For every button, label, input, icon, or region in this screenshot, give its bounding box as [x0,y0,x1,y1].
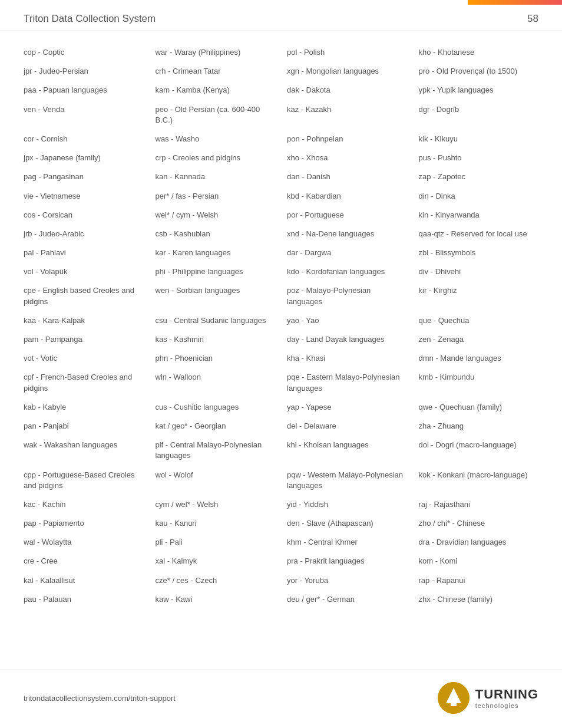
list-item: din - Dinka [419,187,539,206]
list-item: kau - Kanuri [156,514,276,533]
list-item: por - Portuguese [287,206,407,225]
list-item: pro - Old Provençal (to 1500) [419,62,539,81]
list-item: cpf - French-Based Creoles and pidgins [24,368,144,397]
list-item: zap - Zapotec [419,167,539,186]
list-item: kom - Komi [419,552,539,571]
list-item: wal - Wolaytta [24,533,144,552]
footer-url: tritondatacollectionsystem.com/triton-su… [24,694,176,703]
list-item: zho / chi* - Chinese [419,514,539,533]
list-item: del - Delaware [287,417,407,436]
list-item: kar - Karen languages [156,243,276,262]
list-item: kok - Konkani (macro-language) [419,466,539,495]
logo-turning-text: TURNING [475,687,538,702]
list-item: yap - Yapese [287,398,407,417]
list-item: zha - Zhuang [419,417,539,436]
list-item: wel* / cym - Welsh [156,206,276,225]
list-item: kha - Khasi [287,349,407,368]
list-item: yor - Yoruba [287,571,407,590]
list-item: jpx - Japanese (family) [24,149,144,167]
logo-technologies-text: technologies [475,702,538,709]
list-item: khi - Khoisan languages [287,436,407,465]
turning-technologies-logo: TURNING technologies [438,682,538,714]
list-item: rap - Rapanui [419,571,539,590]
list-item: qaa-qtz - Reserved for local use [419,225,539,243]
list-item: wak - Wakashan languages [24,436,144,465]
list-item: crh - Crimean Tatar [156,62,276,81]
list-item: pqw - Western Malayo-Polynesian language… [287,466,407,495]
list-item: xal - Kalmyk [156,552,276,571]
list-item: cos - Corsican [24,206,144,225]
list-item: kmb - Kimbundu [419,368,539,397]
list-item: poz - Malayo-Polynesian languages [287,281,407,311]
list-item: crp - Creoles and pidgins [156,149,276,167]
list-item: pap - Papiamento [24,514,144,533]
list-item: kam - Kamba (Kenya) [156,81,276,100]
list-item: deu / ger* - German [287,590,407,609]
list-item: kas - Kashmiri [156,330,276,349]
list-item: div - Dhivehi [419,262,539,281]
list-item: pam - Pampanga [24,330,144,349]
list-item: cre - Cree [24,552,144,571]
list-item: kaw - Kawi [156,590,276,609]
page-number: 58 [527,13,538,25]
list-item: dak - Dakota [287,81,407,100]
list-item: kdo - Kordofanian languages [287,262,407,281]
list-item: dan - Danish [287,167,407,186]
list-item: que - Quechua [419,311,539,330]
list-item: wen - Sorbian languages [156,281,276,311]
list-item: per* / fas - Persian [156,187,276,206]
list-item: dar - Dargwa [287,243,407,262]
list-item: yid - Yiddish [287,495,407,514]
list-item: cze* / ces - Czech [156,571,276,590]
page-header: Triton Data Collection System 58 [0,5,562,31]
list-item: vie - Vietnamese [24,187,144,206]
list-item: zen - Zenaga [419,330,539,349]
list-item: kal - Kalaallisut [24,571,144,590]
list-item: vol - Volapük [24,262,144,281]
list-item: vot - Votic [24,349,144,368]
list-item: pau - Palauan [24,590,144,609]
list-item: pag - Pangasinan [24,167,144,186]
list-item: plf - Central Malayo-Polynesian language… [156,436,276,465]
list-item: yao - Yao [287,311,407,330]
list-item: kac - Kachin [24,495,144,514]
list-item: xnd - Na-Dene languages [287,225,407,243]
list-item: day - Land Dayak languages [287,330,407,349]
list-item: kaa - Kara-Kalpak [24,311,144,330]
list-item: kir - Kirghiz [419,281,539,311]
list-item: kho - Khotanese [419,43,539,62]
logo-icon [438,682,470,714]
list-item: kan - Kannada [156,167,276,186]
list-item: pon - Pohnpeian [287,130,407,149]
list-item: dra - Dravidian languages [419,533,539,552]
list-item: jrb - Judeo-Arabic [24,225,144,243]
list-item: was - Washo [156,130,276,149]
list-item: peo - Old Persian (ca. 600-400 B.C.) [156,100,276,130]
list-item: pli - Pali [156,533,276,552]
list-item: dgr - Dogrib [419,100,539,130]
list-item: cpe - English based Creoles and pidgins [24,281,144,311]
list-item: pol - Polish [287,43,407,62]
list-item: kbd - Kabardian [287,187,407,206]
list-item: csu - Central Sudanic languages [156,311,276,330]
main-content: cop - Copticwar - Waray (Philippines)pol… [0,43,562,609]
list-item: raj - Rajasthani [419,495,539,514]
list-item: jpr - Judeo-Persian [24,62,144,81]
top-accent-bar [0,0,562,5]
list-item: csb - Kashubian [156,225,276,243]
list-item: cym / wel* - Welsh [156,495,276,514]
page-footer: tritondatacollectionsystem.com/triton-su… [0,670,562,728]
list-item: cus - Cushitic languages [156,398,276,417]
language-grid: cop - Copticwar - Waray (Philippines)pol… [24,43,538,609]
list-item: xgn - Mongolian languages [287,62,407,81]
list-item: phn - Phoenician [156,349,276,368]
svg-rect-2 [451,703,457,706]
list-item: kat / geo* - Georgian [156,417,276,436]
list-item: kab - Kabyle [24,398,144,417]
list-item: war - Waray (Philippines) [156,43,276,62]
list-item: cor - Cornish [24,130,144,149]
list-item: cop - Coptic [24,43,144,62]
list-item: wol - Wolof [156,466,276,495]
list-item: pqe - Eastern Malayo-Polynesian language… [287,368,407,397]
list-item: pus - Pushto [419,149,539,167]
